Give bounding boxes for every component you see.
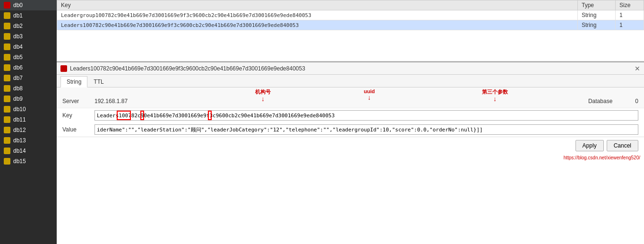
annotation-uuid: uuid [364,88,375,94]
key-container [94,110,638,121]
db-icon-db2 [4,23,10,29]
sidebar-label-db13: db13 [13,137,26,144]
sidebar-item-db2[interactable]: db2 [0,21,57,31]
panel-title-bar: Leaders100782c90e41b669e7d3001669e9f3c96… [57,62,644,75]
sidebar-item-db7[interactable]: db7 [0,73,57,83]
db-icon-db1 [4,12,10,19]
value-row: Value [57,122,644,137]
sidebar-item-db8[interactable]: db8 [0,83,57,94]
sidebar-label-db11: db11 [13,116,26,123]
cell-type: String [578,10,616,20]
cancel-button[interactable]: Cancel [607,140,638,151]
panel-redis-icon [60,65,67,72]
key-label: Key [62,112,91,119]
sidebar-item-db5[interactable]: db5 [0,52,57,62]
database-label: Database [588,98,612,105]
cell-size: 1 [616,20,644,30]
table-row[interactable]: Leaders100782c90e41b669e7d3001669e9f3c96… [57,20,644,30]
annotation-jigou: 机构号 [255,88,271,96]
cell-key: Leaders100782c90e41b669e7d3001669e9f3c96… [57,20,578,30]
sidebar-label-db4: db4 [13,44,23,50]
value-label: Value [62,126,91,133]
button-row: Apply Cancel [57,137,644,154]
sidebar-label-db0: db0 [13,2,23,9]
db-icon-db14 [4,148,10,154]
sidebar-label-db10: db10 [13,106,26,113]
sidebar-item-db15[interactable]: db15 [0,156,57,166]
annotation-third: 第三个参数 [482,88,508,96]
sidebar-item-db13[interactable]: db13 [0,135,57,146]
sidebar-item-db11[interactable]: db11 [0,114,57,125]
sidebar-label-db6: db6 [13,64,23,71]
sidebar-item-db12[interactable]: db12 [0,125,57,135]
db-icon-db13 [4,137,10,144]
sidebar-item-db10[interactable]: db10 [0,104,57,114]
annotation-area: Server 192.168.1.87 Database 0 机构号 ↓ uui… [57,87,644,108]
sidebar-item-db1[interactable]: db1 [0,10,57,21]
tab-ttl[interactable]: TTL [87,76,110,87]
value-input[interactable] [94,124,638,135]
detail-panel: Leaders100782c90e41b669e7d3001669e9f3c96… [57,61,644,244]
col-key: Key [57,0,578,10]
sidebar-label-db1: db1 [13,12,23,19]
sidebar-item-db9[interactable]: db9 [0,94,57,104]
panel-close-button[interactable]: ✕ [635,65,640,72]
key-input[interactable] [94,110,638,121]
col-type: Type [578,0,616,10]
sidebar-label-db7: db7 [13,75,23,81]
panel-title: Leaders100782c90e41b669e7d3001669e9f3c96… [70,65,632,72]
sidebar-label-db15: db15 [13,158,26,165]
db-icon-db15 [4,158,10,165]
sidebar: db0 db1 db2 db3 db4 db5 db6 db7 db8 db9 … [0,0,57,244]
sidebar-item-db3[interactable]: db3 [0,31,57,42]
key-row: Key [57,108,644,122]
db-icon-db9 [4,96,10,102]
database-value: 0 [635,98,638,105]
db-icon-db5 [4,54,10,61]
db-icon-db8 [4,85,10,92]
sidebar-item-db14[interactable]: db14 [0,146,57,156]
cell-type: String [578,20,616,30]
db-icon-db3 [4,33,10,40]
server-label: Server [62,98,91,105]
apply-button[interactable]: Apply [575,140,604,151]
db-icon-db12 [4,127,10,133]
sidebar-label-db12: db12 [13,127,26,133]
sidebar-label-db2: db2 [13,23,23,29]
db-icon-db10 [4,106,10,113]
cell-key: Leadergroup100782c90e41b669e7d3001669e9f… [57,10,578,20]
server-value: 192.168.1.87 [94,98,198,105]
main-content: Key Type Size Leadergroup100782c90e41b66… [57,0,644,244]
panel-tabs: String TTL [57,75,644,87]
sidebar-label-db5: db5 [13,54,23,61]
sidebar-label-db8: db8 [13,85,23,92]
db-icon-red [4,2,10,9]
db-icon-db6 [4,64,10,71]
db-icon-db11 [4,116,10,123]
cell-size: 1 [616,10,644,20]
db-icon-db4 [4,44,10,50]
sidebar-item-db0[interactable]: db0 [0,0,57,10]
db-icon-db7 [4,75,10,81]
sidebar-label-db9: db9 [13,96,23,102]
keys-table: Key Type Size Leadergroup100782c90e41b66… [57,0,644,30]
table-row[interactable]: Leadergroup100782c90e41b669e7d3001669e9f… [57,10,644,20]
watermark: https://blog.csdn.net/xiewenfeng520/ [57,154,644,161]
sidebar-label-db14: db14 [13,148,26,154]
col-size: Size [616,0,644,10]
tab-string[interactable]: String [60,76,87,87]
sidebar-label-db3: db3 [13,33,23,40]
sidebar-item-db4[interactable]: db4 [0,42,57,52]
sidebar-item-db6[interactable]: db6 [0,62,57,73]
keys-table-area: Key Type Size Leadergroup100782c90e41b66… [57,0,644,61]
